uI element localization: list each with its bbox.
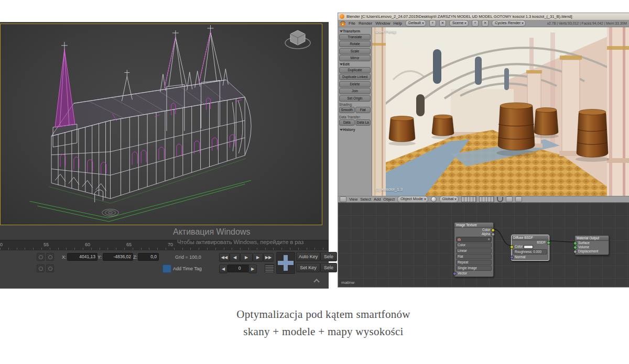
- layers-widget[interactable]: [479, 196, 494, 202]
- render-opengl-icon[interactable]: [506, 196, 513, 202]
- blender-title-bar[interactable]: Blender [C:\Users\Lenovo_2_24.07.2015\De…: [338, 13, 629, 20]
- add-layout-button[interactable]: +: [429, 20, 436, 27]
- mirror-button[interactable]: Mirror: [339, 55, 371, 61]
- image-texture-node[interactable]: Image Texture Color Alpha ✕ Color Linear…: [454, 222, 494, 277]
- edit-section-header[interactable]: Edit: [339, 62, 371, 66]
- selection-lock-icon[interactable]: [37, 253, 45, 261]
- screen-layout-dropdown[interactable]: Default: [405, 20, 426, 27]
- viewcube-gizmo[interactable]: [283, 27, 312, 54]
- vector-input-socket[interactable]: Vector: [454, 271, 493, 275]
- material-output-node[interactable]: Material Output Surface Volume Displacem…: [574, 235, 609, 255]
- color-input-socket[interactable]: Color: [512, 245, 549, 249]
- unlink-image-icon[interactable]: ✕: [487, 238, 490, 241]
- next-frame-button[interactable]: ▶: [253, 253, 263, 262]
- macro-recorder-icon[interactable]: [37, 264, 45, 272]
- surface-input-socket[interactable]: Surface: [575, 241, 609, 245]
- normal-input-socket[interactable]: Normal: [512, 255, 549, 259]
- previous-frame-button[interactable]: ◀: [230, 253, 240, 262]
- select-menu[interactable]: Select: [360, 197, 371, 202]
- go-to-end-button[interactable]: ▶▶: [263, 253, 274, 262]
- close-layout-button[interactable]: ✕: [439, 20, 446, 27]
- frame-spinner-right-button[interactable]: ▶: [248, 264, 257, 273]
- duplicate-button[interactable]: Duplicate: [339, 67, 371, 73]
- z-coordinate-field[interactable]: 0,0: [138, 253, 159, 261]
- displacement-input-socket[interactable]: Displacement: [575, 249, 609, 253]
- frame-spinner-left-button[interactable]: ◀: [219, 264, 227, 273]
- bsdf-output-socket[interactable]: BSDF: [512, 240, 549, 245]
- add-scene-button[interactable]: +: [472, 20, 479, 27]
- x-coordinate-field[interactable]: 4041,13: [67, 253, 97, 261]
- pan-navigation-button[interactable]: [276, 252, 295, 274]
- shade-flat-button[interactable]: Flat: [355, 107, 371, 113]
- history-section-header[interactable]: History: [339, 128, 371, 131]
- transform-section-header[interactable]: Transform: [339, 29, 371, 33]
- minimize-panel-icon[interactable]: [313, 278, 320, 284]
- rotate-button[interactable]: Rotate: [339, 41, 371, 47]
- menu-render[interactable]: Render: [359, 21, 372, 26]
- timeline-tick-label: 70: [168, 242, 173, 247]
- max-status-bar: X: 4041,13 Y: -4836,02 Z: 0,0 Grid = 100…: [0, 250, 329, 289]
- menu-help[interactable]: Help: [394, 21, 402, 26]
- add-menu[interactable]: Add: [374, 197, 381, 202]
- set-key-button[interactable]: Set Key: [296, 263, 320, 272]
- image-datablock-field[interactable]: ✕: [456, 237, 492, 242]
- duplicate-linked-button[interactable]: Duplicate Linked: [339, 74, 371, 80]
- viewport-layout-button[interactable]: [265, 264, 274, 273]
- key-filters-button[interactable]: Sele: [320, 263, 337, 272]
- data-layout-button[interactable]: Data La: [355, 119, 371, 126]
- color-output-socket[interactable]: Color: [454, 228, 493, 232]
- extension-button[interactable]: Repeat: [456, 260, 492, 265]
- diffuse-bsdf-node[interactable]: Diffuse BSDF BSDF Color Roughness: 0.000…: [511, 235, 549, 261]
- color-swatch[interactable]: [524, 245, 533, 249]
- object-menu[interactable]: Object: [383, 197, 395, 202]
- blender-menu-bar: File Render Window Help Default + ✕ Scen…: [338, 20, 629, 27]
- mode-dropdown[interactable]: Object Mode: [397, 196, 428, 203]
- image-thumbnail-icon: [458, 238, 461, 241]
- translate-button[interactable]: Translate: [339, 34, 371, 40]
- join-button[interactable]: Join: [339, 88, 371, 94]
- go-to-start-button[interactable]: ◀◀: [219, 253, 230, 262]
- windows-activation-subtitle: Чтобы активировать Windows, перейдите в …: [177, 239, 303, 245]
- max-viewport[interactable]: [0, 24, 322, 225]
- listener-icon[interactable]: [46, 264, 54, 272]
- interpolation-button[interactable]: Linear: [456, 248, 492, 253]
- alpha-output-socket[interactable]: Alpha: [454, 232, 493, 236]
- render-engine-dropdown[interactable]: Cycles Render: [492, 20, 526, 27]
- add-time-tag-button[interactable]: Add Time Tag: [173, 266, 202, 271]
- z-label: Z:: [133, 255, 137, 260]
- viewport-shading-icon[interactable]: [431, 196, 437, 202]
- shade-smooth-button[interactable]: Smooth: [339, 107, 355, 113]
- snap-magnet-icon[interactable]: [497, 197, 503, 202]
- selection-set-button[interactable]: Sele: [320, 252, 337, 261]
- view-menu[interactable]: View: [349, 197, 357, 202]
- projection-button[interactable]: Flat: [456, 254, 492, 259]
- isolate-icon[interactable]: [46, 253, 54, 261]
- y-coordinate-field[interactable]: -4836,02: [103, 253, 133, 261]
- blender-logo-icon[interactable]: [340, 21, 345, 26]
- auto-key-button[interactable]: Auto Key: [296, 252, 320, 261]
- x-label: X:: [62, 255, 67, 260]
- color-space-button[interactable]: Color: [456, 242, 492, 248]
- roughness-slider[interactable]: Roughness: 0.000: [513, 249, 547, 255]
- scene-statistics: v2.78 | Verts:93,012 | Faces:94,042 | Me…: [547, 21, 627, 25]
- scale-button[interactable]: Scale: [339, 48, 371, 54]
- play-button[interactable]: ▶: [240, 253, 253, 262]
- delete-button[interactable]: Delete: [339, 81, 371, 87]
- set-origin-dropdown[interactable]: Set Origin: [339, 95, 371, 102]
- transform-orientation-dropdown[interactable]: Global: [439, 196, 459, 203]
- volume-input-socket[interactable]: Volume: [575, 245, 609, 249]
- node-editor[interactable]: Image Texture Color Alpha ✕ Color Linear…: [338, 203, 629, 287]
- editor-type-icon[interactable]: [340, 196, 346, 202]
- scene-dropdown[interactable]: Scene: [449, 20, 469, 27]
- time-tag-icon[interactable]: [162, 264, 171, 273]
- caption-line-1: Optymalizacja pod kątem smartfonów: [18, 306, 629, 323]
- menu-file[interactable]: File: [349, 21, 355, 26]
- render-animation-icon[interactable]: [515, 196, 522, 202]
- blender-3d-viewport[interactable]: User Persp (1) kosciol_1.3: [372, 27, 629, 196]
- data-transfer-button[interactable]: Data: [339, 119, 355, 126]
- menu-window[interactable]: Window: [375, 21, 390, 26]
- close-scene-button[interactable]: ✕: [482, 20, 489, 27]
- caption-line-2: skany + modele + mapy wysokości: [18, 323, 629, 340]
- layers-widget[interactable]: [461, 196, 476, 202]
- source-button[interactable]: Single Image: [456, 266, 492, 271]
